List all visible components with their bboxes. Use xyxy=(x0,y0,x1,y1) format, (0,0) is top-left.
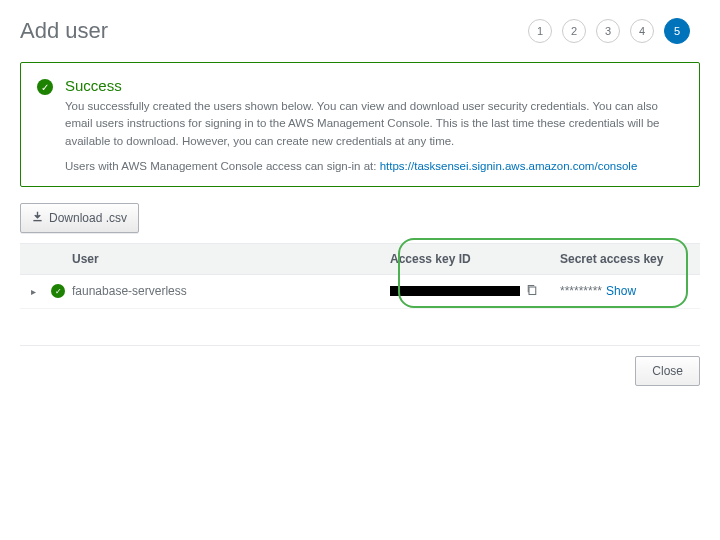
alert-signin-info: Users with AWS Management Console access… xyxy=(65,160,683,172)
show-secret-link[interactable]: Show xyxy=(606,284,636,298)
access-key-redacted xyxy=(390,286,520,296)
signin-url-link[interactable]: https://tasksensei.signin.aws.amazon.com… xyxy=(380,160,638,172)
alert-title: Success xyxy=(65,77,683,94)
check-circle-icon: ✓ xyxy=(37,79,53,95)
access-key-cell xyxy=(390,284,560,299)
download-csv-label: Download .csv xyxy=(49,211,127,225)
footer-bar: Close xyxy=(20,345,700,386)
success-status-icon: ✓ xyxy=(51,284,65,298)
secret-key-cell: ********* Show xyxy=(560,284,700,298)
alert-signin-prefix: Users with AWS Management Console access… xyxy=(65,160,380,172)
step-5[interactable]: 5 xyxy=(664,18,690,44)
svg-rect-0 xyxy=(529,287,536,295)
copy-icon[interactable] xyxy=(526,284,538,299)
secret-masked: ********* xyxy=(560,284,602,298)
page-title: Add user xyxy=(20,18,108,44)
step-2[interactable]: 2 xyxy=(562,19,586,43)
column-header-user: User xyxy=(70,252,390,266)
users-table: User Access key ID Secret access key ▸ ✓… xyxy=(20,243,700,309)
username-cell: faunabase-serverless xyxy=(70,284,390,298)
alert-message: You successfully created the users shown… xyxy=(65,98,683,150)
step-3[interactable]: 3 xyxy=(596,19,620,43)
table-header-row: User Access key ID Secret access key xyxy=(20,243,700,275)
expand-row-caret[interactable]: ▸ xyxy=(20,286,46,297)
wizard-steps: 1 2 3 4 5 xyxy=(528,18,690,44)
download-icon xyxy=(32,211,43,225)
column-header-access-key: Access key ID xyxy=(390,252,560,266)
step-4[interactable]: 4 xyxy=(630,19,654,43)
download-csv-button[interactable]: Download .csv xyxy=(20,203,139,233)
table-row: ▸ ✓ faunabase-serverless ********* Show xyxy=(20,275,700,309)
close-button[interactable]: Close xyxy=(635,356,700,386)
step-1[interactable]: 1 xyxy=(528,19,552,43)
success-alert: ✓ Success You successfully created the u… xyxy=(20,62,700,187)
column-header-secret: Secret access key xyxy=(560,252,700,266)
